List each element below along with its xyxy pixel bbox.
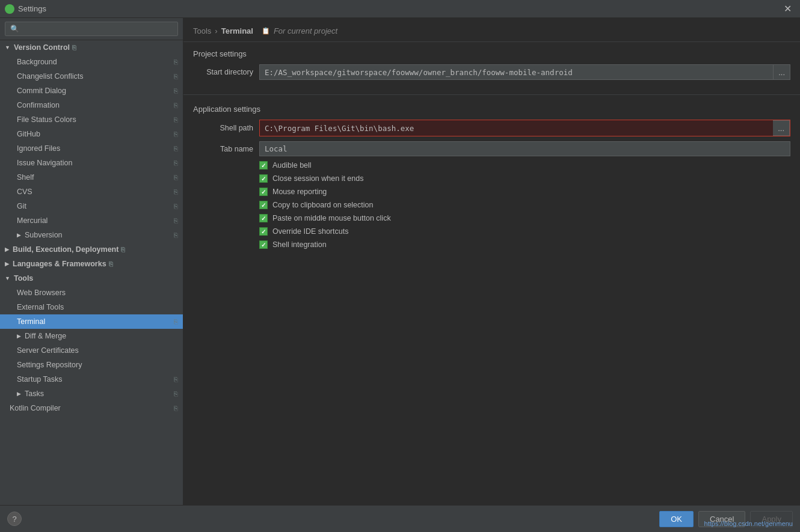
- checkbox-copy-clipboard-label: Copy to clipboard on selection: [272, 201, 373, 209]
- sidebar-item-file-status-colors[interactable]: File Status Colors ⎘: [0, 112, 183, 127]
- search-bar: [0, 18, 183, 40]
- bottom-left: ?: [7, 512, 22, 526]
- checkbox-paste-middle-label: Paste on middle mouse button click: [272, 214, 391, 222]
- copy-icon: ⎘: [174, 231, 178, 239]
- app-settings-title: Application settings: [193, 105, 790, 114]
- sidebar-item-server-certificates[interactable]: Server Certificates: [0, 343, 183, 358]
- sidebar-item-subversion[interactable]: ▶ Subversion ⎘: [0, 228, 183, 242]
- checkbox-close-session-box[interactable]: [259, 174, 268, 183]
- start-directory-input-group: ...: [259, 64, 790, 80]
- languages-frameworks-label: Languages & Frameworks: [13, 260, 106, 268]
- sidebar-item-terminal[interactable]: Terminal ⎘: [0, 314, 183, 329]
- sidebar-item-ignored-files[interactable]: Ignored Files ⎘: [0, 141, 183, 156]
- checkbox-copy-clipboard-box[interactable]: [259, 201, 268, 209]
- for-project-icon: 📋: [262, 27, 270, 35]
- sidebar-item-external-tools[interactable]: External Tools: [0, 300, 183, 314]
- start-directory-label: Start directory: [193, 68, 253, 76]
- sidebar-item-settings-repository[interactable]: Settings Repository: [0, 358, 183, 372]
- copy-icon: ⎘: [174, 159, 178, 167]
- shell-path-browse-button[interactable]: ...: [773, 120, 790, 136]
- status-url: https://blog.csdn.net/genmenu: [704, 520, 793, 527]
- checkbox-shell-integration-box[interactable]: [259, 240, 268, 249]
- ok-button[interactable]: OK: [659, 511, 694, 527]
- copy-icon: ⎘: [174, 203, 178, 210]
- checkbox-shell-integration-label: Shell integration: [272, 240, 327, 249]
- sidebar-item-issue-navigation[interactable]: Issue Navigation ⎘: [0, 156, 183, 170]
- copy-icon: ⎘: [174, 405, 178, 412]
- title-bar: Settings ✕: [0, 0, 800, 18]
- breadcrumb-separator: ›: [215, 26, 217, 35]
- checkbox-copy-clipboard[interactable]: Copy to clipboard on selection: [259, 201, 790, 209]
- copy-icon: ⎘: [174, 145, 178, 152]
- sidebar-item-changelist-conflicts[interactable]: Changelist Conflicts ⎘: [0, 69, 183, 84]
- checkbox-paste-middle-box[interactable]: [259, 214, 268, 222]
- checkbox-audible-bell-label: Audible bell: [272, 161, 312, 170]
- close-button[interactable]: ✕: [780, 2, 795, 16]
- sidebar-item-github[interactable]: GitHub ⎘: [0, 127, 183, 141]
- sidebar-item-mercurial[interactable]: Mercurial ⎘: [0, 213, 183, 228]
- shell-path-input[interactable]: [260, 120, 773, 136]
- shell-path-input-group: ...: [259, 120, 790, 136]
- sidebar-item-web-browsers[interactable]: Web Browsers: [0, 286, 183, 300]
- sidebar-item-kotlin-compiler[interactable]: Kotlin Compiler ⎘: [0, 401, 183, 415]
- copy-icon: ⎘: [72, 44, 76, 51]
- checkbox-close-session[interactable]: Close session when it ends: [259, 174, 790, 183]
- checkbox-mouse-reporting-label: Mouse reporting: [272, 188, 327, 196]
- checkbox-mouse-reporting[interactable]: Mouse reporting: [259, 188, 790, 196]
- checkbox-override-ide-box[interactable]: [259, 227, 268, 236]
- sidebar-item-build-execution[interactable]: ▶ Build, Execution, Deployment ⎘: [0, 242, 183, 257]
- expand-icon: ▼: [5, 275, 10, 281]
- sidebar-item-tasks[interactable]: ▶ Tasks ⎘: [0, 387, 183, 401]
- sidebar: ▼ Version Control ⎘ Background ⎘ Changel…: [0, 18, 183, 505]
- title-bar-left: Settings: [5, 4, 46, 14]
- sidebar-item-confirmation[interactable]: Confirmation ⎘: [0, 98, 183, 112]
- search-input[interactable]: [5, 22, 178, 36]
- checkbox-audible-bell[interactable]: Audible bell: [259, 161, 790, 170]
- copy-icon: ⎘: [174, 73, 178, 80]
- checkbox-close-session-label: Close session when it ends: [272, 174, 363, 183]
- shell-path-row: Shell path ...: [193, 120, 790, 136]
- copy-icon: ⎘: [109, 260, 113, 268]
- sidebar-item-tools[interactable]: ▼ Tools: [0, 271, 183, 286]
- sidebar-item-startup-tasks[interactable]: Startup Tasks ⎘: [0, 372, 183, 387]
- sidebar-item-version-control[interactable]: ▼ Version Control ⎘: [0, 40, 183, 55]
- copy-icon: ⎘: [174, 174, 178, 181]
- copy-icon: ⎘: [174, 87, 178, 94]
- expand-icon: ▶: [5, 246, 9, 252]
- sidebar-item-languages-frameworks[interactable]: ▶ Languages & Frameworks ⎘: [0, 257, 183, 271]
- tab-name-input[interactable]: [259, 141, 790, 156]
- checkbox-audible-bell-box[interactable]: [259, 161, 268, 170]
- copy-icon: ⎘: [121, 246, 125, 253]
- copy-icon: ⎘: [174, 116, 178, 123]
- start-directory-row: Start directory ...: [193, 64, 790, 80]
- copy-icon: ⎘: [174, 390, 178, 397]
- copy-icon: ⎘: [174, 217, 178, 224]
- expand-icon: ▶: [17, 232, 21, 238]
- start-directory-browse-button[interactable]: ...: [774, 64, 790, 80]
- app-icon: [5, 4, 14, 14]
- sidebar-item-shelf[interactable]: Shelf ⎘: [0, 170, 183, 185]
- expand-icon: ▶: [17, 391, 21, 397]
- sidebar-item-diff-merge[interactable]: ▶ Diff & Merge: [0, 329, 183, 343]
- help-button[interactable]: ?: [7, 512, 22, 526]
- sidebar-item-commit-dialog[interactable]: Commit Dialog ⎘: [0, 84, 183, 98]
- copy-icon: ⎘: [174, 188, 178, 195]
- checkbox-mouse-reporting-box[interactable]: [259, 188, 268, 196]
- sidebar-item-background[interactable]: Background ⎘: [0, 55, 183, 69]
- checkbox-override-ide[interactable]: Override IDE shortcuts: [259, 227, 790, 236]
- checkbox-paste-middle[interactable]: Paste on middle mouse button click: [259, 214, 790, 222]
- sidebar-item-cvs[interactable]: CVS ⎘: [0, 185, 183, 199]
- start-directory-input[interactable]: [259, 64, 774, 80]
- for-project-text: For current project: [274, 26, 337, 35]
- tab-name-input-group: [259, 141, 790, 156]
- project-settings-title: Project settings: [193, 49, 790, 58]
- shell-path-label: Shell path: [193, 124, 253, 132]
- checkbox-shell-integration[interactable]: Shell integration: [259, 240, 790, 249]
- copy-icon: ⎘: [174, 130, 178, 138]
- build-execution-label: Build, Execution, Deployment: [13, 245, 118, 254]
- tab-name-row: Tab name: [193, 141, 790, 156]
- main-container: ▼ Version Control ⎘ Background ⎘ Changel…: [0, 18, 800, 505]
- sidebar-item-git[interactable]: Git ⎘: [0, 199, 183, 213]
- content-panel: Tools › Terminal 📋 For current project P…: [183, 18, 800, 505]
- breadcrumb: Tools › Terminal 📋 For current project: [183, 18, 800, 42]
